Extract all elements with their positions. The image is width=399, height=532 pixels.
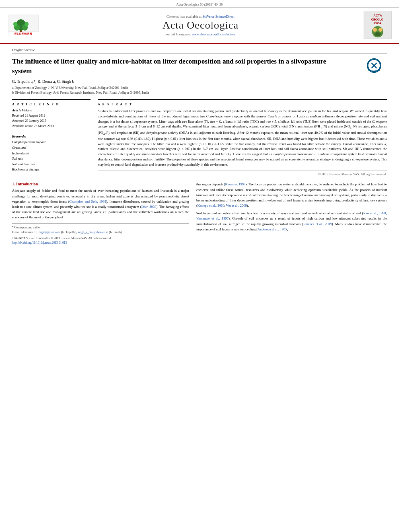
ref-champion-seth[interactable]: Champion and Seth, 1968 [69, 199, 106, 203]
ref-dhir[interactable]: Dhir, 2003 [142, 205, 156, 209]
svg-point-6 [25, 22, 29, 27]
footnote-corresponding: * Corresponding author. [12, 225, 189, 230]
journal-homepage: journal homepage: www.elsevier.com/locat… [39, 32, 362, 36]
footnote-doi: http://dx.doi.org/10.1016/j.actao.2013.0… [12, 240, 189, 245]
article-history: Received 21 August 2012 Accepted 23 Janu… [12, 113, 90, 129]
accepted-date: Accepted 23 January 2013 [12, 119, 90, 124]
crossmark-badge: CrossMark [367, 58, 381, 73]
journal-center-block: Contents lists available at SciVerse Sci… [39, 14, 362, 36]
svg-text:ELSEVIER: ELSEVIER [14, 32, 33, 36]
history-label: Article history: [12, 109, 90, 112]
email-link-1[interactable]: 101drgst@gmail.com [34, 230, 60, 234]
email-link-2[interactable]: singh_g_dr@yahoo.co.in [78, 230, 108, 234]
keyword-6: Biochemical changes [12, 167, 90, 173]
homepage-link[interactable]: www.elsevier.com/locate/actoec [192, 32, 236, 36]
intro-paragraph-2: this region depends (Khurana, 1997). The… [196, 182, 387, 208]
intro-heading: 1. Introduction [12, 182, 189, 186]
body-left: 1. Introduction Adequate supply of fodde… [12, 182, 189, 245]
elsevier-logo-svg: ELSEVIER [7, 13, 39, 37]
keyword-2: Grass land [12, 145, 90, 151]
journal-top-bar: Acta Oecologica 50 (2013) 40–50 [0, 0, 399, 8]
acta-logo: ACTA OECOLO- GICA [362, 11, 392, 40]
ref-vanlauwe[interactable]: Vanlauwe et al., 1997 [196, 216, 228, 220]
article-info-abstract: A R T I C L E I N F O Article history: R… [12, 99, 387, 176]
doi-link[interactable]: http://dx.doi.org/10.1016/j.actao.2013.0… [12, 241, 67, 244]
article-title: The influence of litter quality and micr… [12, 57, 346, 76]
ref-rao[interactable]: Rao et al., 1998 [363, 211, 386, 215]
journal-header: ELSEVIER Contents lists available at Sci… [0, 8, 399, 44]
svg-text:OECOLO-: OECOLO- [371, 18, 385, 21]
keyword-1: Colophospermum mopane [12, 140, 90, 145]
when-text: when [233, 137, 240, 141]
body-section: 1. Introduction Adequate supply of fodde… [0, 176, 399, 249]
svg-point-15 [374, 32, 381, 36]
svg-text:CrossMark: CrossMark [368, 69, 380, 72]
keywords-label: Keywords: [12, 135, 90, 138]
article-section: Original article The influence of litter… [0, 44, 399, 176]
article-title-block: The influence of litter quality and micr… [12, 57, 387, 76]
footnotes: * Corresponding author. E-mail addresses… [12, 223, 189, 245]
svg-text:GICA: GICA [374, 22, 381, 25]
received-date: Received 21 August 2012 [12, 113, 90, 119]
keyword-5: Nutrient turn over [12, 162, 90, 167]
top-reference: Acta Oecologica 50 (2013) 40–50 [176, 2, 223, 6]
two-col-body: 1. Introduction Adequate supply of fodde… [12, 182, 387, 245]
footnote-email: E-mail addresses: 101drgst@gmail.com (G.… [12, 230, 189, 234]
intro-paragraph-1: Adequate supply of fodder and food to me… [12, 188, 189, 220]
ref-wu[interactable]: Wu et al., 2009 [226, 203, 247, 207]
page: Acta Oecologica 50 (2013) 40–50 ELSEVIER [0, 0, 399, 532]
keyword-4: Soil rats [12, 156, 90, 162]
ref-khurana[interactable]: Khurana, 1997 [225, 182, 245, 186]
svg-point-14 [378, 28, 383, 32]
ref-anderson[interactable]: Anderson et al., 1985 [257, 227, 287, 231]
svg-text:ACTA: ACTA [373, 14, 382, 17]
journal-title: Acta Oecologica [39, 19, 362, 31]
footnote-issn: 1146-609X/$ – see front matter © 2013 El… [12, 236, 189, 240]
keyword-3: Indian desert [12, 151, 90, 156]
ref-knoepp[interactable]: Knoepp et al., 2000 [197, 203, 224, 207]
sciverse-link[interactable]: SciVerse ScienceDirect [202, 14, 234, 18]
article-info-heading: A R T I C L E I N F O [12, 103, 90, 106]
available-date: Available online 26 March 2013 [12, 124, 90, 129]
copyright: © 2013 Elsevier Masson SAS. All rights r… [98, 170, 387, 176]
elsevier-logo: ELSEVIER [7, 13, 39, 38]
abstract-text: Studies to understand litter processes a… [98, 109, 387, 167]
intro-paragraph-3: Soil fauna and microbes affect soil func… [196, 211, 387, 232]
affiliations: a Department of Zoology, J. N. V. Univer… [12, 85, 387, 96]
ref-jimenez[interactable]: Jiménez et al., 2009 [303, 222, 331, 226]
article-type: Original article [12, 48, 387, 53]
affiliation-b: b Division of Forest Ecology, Arid Fores… [12, 90, 387, 95]
article-info-column: A R T I C L E I N F O Article history: R… [12, 99, 90, 176]
body-right: this region depends (Khurana, 1997). The… [196, 182, 387, 245]
svg-point-5 [13, 22, 17, 27]
svg-point-13 [373, 28, 377, 32]
acta-logo-svg: ACTA OECOLO- GICA [364, 11, 392, 39]
divider [12, 132, 90, 132]
authors: G. Tripathi a,*, R. Deora a, G. Singh b [12, 79, 387, 84]
keywords-list: Colophospermum mopane Grass land Indian … [12, 140, 90, 173]
abstract-heading: A B S T R A C T [98, 103, 387, 106]
affiliation-a: a Department of Zoology, J. N. V. Univer… [12, 85, 387, 90]
sciverse-line: Contents lists available at SciVerse Sci… [39, 14, 362, 18]
crossmark: CrossMark [367, 57, 387, 73]
abstract-column: A B S T R A C T Studies to understand li… [98, 99, 387, 176]
